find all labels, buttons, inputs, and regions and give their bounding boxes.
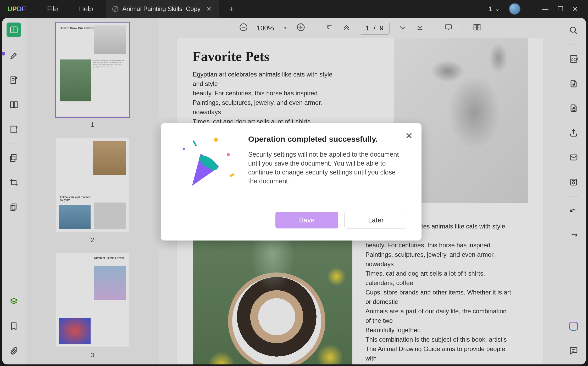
titlebar: UPDF File Help Animal Painting Skills_Co… bbox=[0, 0, 588, 18]
close-window-button[interactable]: ✕ bbox=[572, 5, 578, 13]
app-logo: UPDF bbox=[0, 5, 33, 13]
chevron-down-icon: ⌄ bbox=[495, 5, 500, 13]
save-button[interactable]: Save bbox=[275, 212, 338, 228]
maximize-button[interactable]: ☐ bbox=[557, 5, 563, 13]
separator bbox=[35, 5, 35, 13]
later-button[interactable]: Later bbox=[345, 212, 407, 228]
menu-file[interactable]: File bbox=[37, 5, 69, 13]
menu-help[interactable]: Help bbox=[69, 5, 103, 13]
celebration-icon bbox=[175, 135, 235, 187]
separator bbox=[531, 5, 531, 13]
minimize-button[interactable]: — bbox=[542, 5, 548, 13]
window-count[interactable]: 1 ⌄ bbox=[489, 5, 500, 13]
tab-title: Animal Painting Skills_Copy bbox=[122, 5, 201, 13]
document-tab[interactable]: Animal Painting Skills_Copy ✕ bbox=[106, 0, 219, 18]
dialog-message: Security settings will not be applied to… bbox=[248, 150, 405, 185]
close-dialog-button[interactable]: ✕ bbox=[405, 130, 413, 141]
close-tab-icon[interactable]: ✕ bbox=[205, 5, 213, 13]
new-tab-button[interactable]: + bbox=[219, 4, 243, 14]
dialog-title: Operation completed successfully. bbox=[248, 135, 405, 144]
window-count-value: 1 bbox=[489, 5, 492, 13]
document-icon bbox=[112, 6, 118, 12]
success-dialog: ✕ Operation completed successfully. Secu… bbox=[161, 123, 421, 241]
avatar[interactable] bbox=[509, 3, 520, 15]
